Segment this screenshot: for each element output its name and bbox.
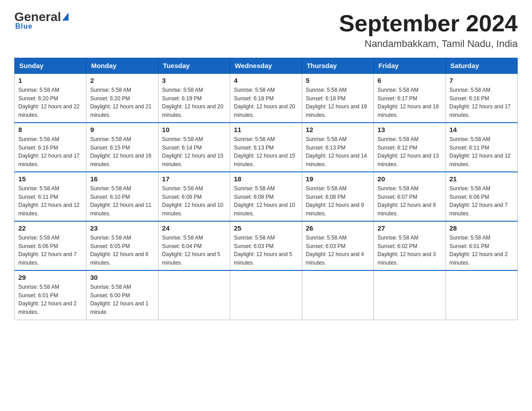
calendar-day-cell: 20Sunrise: 5:58 AMSunset: 6:07 PMDayligh… <box>374 172 446 221</box>
calendar-day-cell <box>302 270 373 320</box>
day-info: Sunrise: 5:58 AMSunset: 6:13 PMDaylight:… <box>234 135 298 168</box>
day-info: Sunrise: 5:58 AMSunset: 6:18 PMDaylight:… <box>306 86 370 119</box>
calendar-week-row: 8Sunrise: 5:58 AMSunset: 6:16 PMDaylight… <box>15 123 518 172</box>
day-number: 1 <box>18 77 82 84</box>
day-number: 23 <box>90 224 154 232</box>
calendar-table: SundayMondayTuesdayWednesdayThursdayFrid… <box>14 58 518 320</box>
day-info: Sunrise: 5:58 AMSunset: 6:12 PMDaylight:… <box>378 135 442 168</box>
calendar-day-cell: 10Sunrise: 5:58 AMSunset: 6:14 PMDayligh… <box>158 123 230 172</box>
day-number: 9 <box>90 126 154 133</box>
day-info: Sunrise: 5:58 AMSunset: 6:03 PMDaylight:… <box>306 234 370 267</box>
header-friday: Friday <box>374 58 446 74</box>
day-number: 5 <box>306 77 370 84</box>
calendar-day-cell <box>446 270 517 320</box>
header-saturday: Saturday <box>446 58 517 74</box>
day-info: Sunrise: 5:58 AMSunset: 6:11 PMDaylight:… <box>18 184 82 218</box>
day-info: Sunrise: 5:58 AMSunset: 6:07 PMDaylight:… <box>378 184 442 218</box>
day-info: Sunrise: 5:58 AMSunset: 6:06 PMDaylight:… <box>450 184 514 218</box>
day-number: 29 <box>18 274 82 281</box>
day-number: 8 <box>18 126 82 133</box>
calendar-header-row: SundayMondayTuesdayWednesdayThursdayFrid… <box>15 58 518 74</box>
calendar-week-row: 22Sunrise: 5:58 AMSunset: 6:06 PMDayligh… <box>15 221 518 270</box>
calendar-day-cell: 22Sunrise: 5:58 AMSunset: 6:06 PMDayligh… <box>15 221 86 270</box>
day-info: Sunrise: 5:58 AMSunset: 6:01 PMDaylight:… <box>18 283 82 316</box>
day-number: 2 <box>90 77 154 84</box>
logo-blue-text: Blue <box>14 22 33 30</box>
calendar-week-row: 1Sunrise: 5:58 AMSunset: 6:20 PMDaylight… <box>15 73 518 123</box>
day-number: 28 <box>450 224 514 232</box>
calendar-day-cell: 1Sunrise: 5:58 AMSunset: 6:20 PMDaylight… <box>15 73 86 123</box>
day-number: 26 <box>306 224 370 232</box>
day-number: 7 <box>450 77 514 84</box>
calendar-day-cell: 28Sunrise: 5:58 AMSunset: 6:01 PMDayligh… <box>446 221 517 270</box>
day-info: Sunrise: 5:58 AMSunset: 6:08 PMDaylight:… <box>306 184 370 218</box>
day-info: Sunrise: 5:58 AMSunset: 6:01 PMDaylight:… <box>450 234 514 267</box>
day-info: Sunrise: 5:58 AMSunset: 6:04 PMDaylight:… <box>162 234 226 267</box>
day-info: Sunrise: 5:58 AMSunset: 6:13 PMDaylight:… <box>306 135 370 168</box>
calendar-day-cell: 9Sunrise: 5:58 AMSunset: 6:15 PMDaylight… <box>86 123 158 172</box>
calendar-week-row: 15Sunrise: 5:58 AMSunset: 6:11 PMDayligh… <box>15 172 518 221</box>
logo-triangle-icon <box>62 13 69 21</box>
day-info: Sunrise: 5:58 AMSunset: 6:20 PMDaylight:… <box>90 86 154 119</box>
day-info: Sunrise: 5:58 AMSunset: 6:03 PMDaylight:… <box>234 234 298 267</box>
logo: General Blue <box>14 11 69 30</box>
calendar-day-cell: 2Sunrise: 5:58 AMSunset: 6:20 PMDaylight… <box>86 73 158 123</box>
calendar-day-cell: 16Sunrise: 5:58 AMSunset: 6:10 PMDayligh… <box>86 172 158 221</box>
calendar-day-cell: 19Sunrise: 5:58 AMSunset: 6:08 PMDayligh… <box>302 172 373 221</box>
day-number: 25 <box>234 224 298 232</box>
day-number: 21 <box>450 175 514 183</box>
calendar-day-cell <box>374 270 446 320</box>
header-wednesday: Wednesday <box>230 58 302 74</box>
day-info: Sunrise: 5:58 AMSunset: 6:17 PMDaylight:… <box>378 86 442 119</box>
calendar-day-cell: 6Sunrise: 5:58 AMSunset: 6:17 PMDaylight… <box>374 73 446 123</box>
day-info: Sunrise: 5:58 AMSunset: 6:19 PMDaylight:… <box>162 86 226 119</box>
calendar-day-cell: 7Sunrise: 5:58 AMSunset: 6:16 PMDaylight… <box>446 73 517 123</box>
calendar-day-cell: 18Sunrise: 5:58 AMSunset: 6:08 PMDayligh… <box>230 172 302 221</box>
calendar-day-cell: 14Sunrise: 5:58 AMSunset: 6:11 PMDayligh… <box>446 123 517 172</box>
day-info: Sunrise: 5:58 AMSunset: 6:16 PMDaylight:… <box>18 135 82 168</box>
day-number: 6 <box>378 77 442 84</box>
calendar-day-cell: 12Sunrise: 5:58 AMSunset: 6:13 PMDayligh… <box>302 123 373 172</box>
day-number: 4 <box>234 77 298 84</box>
day-info: Sunrise: 5:58 AMSunset: 6:14 PMDaylight:… <box>162 135 226 168</box>
month-year-title: September 2024 <box>339 11 518 36</box>
day-info: Sunrise: 5:58 AMSunset: 6:05 PMDaylight:… <box>90 234 154 267</box>
day-number: 15 <box>18 175 82 183</box>
calendar-day-cell: 5Sunrise: 5:58 AMSunset: 6:18 PMDaylight… <box>302 73 373 123</box>
calendar-day-cell: 8Sunrise: 5:58 AMSunset: 6:16 PMDaylight… <box>15 123 86 172</box>
day-info: Sunrise: 5:58 AMSunset: 6:15 PMDaylight:… <box>90 135 154 168</box>
calendar-day-cell: 21Sunrise: 5:58 AMSunset: 6:06 PMDayligh… <box>446 172 517 221</box>
day-info: Sunrise: 5:58 AMSunset: 6:08 PMDaylight:… <box>234 184 298 218</box>
calendar-day-cell: 13Sunrise: 5:58 AMSunset: 6:12 PMDayligh… <box>374 123 446 172</box>
day-info: Sunrise: 5:58 AMSunset: 6:18 PMDaylight:… <box>234 86 298 119</box>
day-number: 22 <box>18 224 82 232</box>
day-number: 27 <box>378 224 442 232</box>
calendar-day-cell: 15Sunrise: 5:58 AMSunset: 6:11 PMDayligh… <box>15 172 86 221</box>
day-number: 14 <box>450 126 514 133</box>
day-info: Sunrise: 5:58 AMSunset: 6:16 PMDaylight:… <box>450 86 514 119</box>
day-info: Sunrise: 5:58 AMSunset: 6:00 PMDaylight:… <box>90 283 154 316</box>
day-number: 20 <box>378 175 442 183</box>
calendar-day-cell: 4Sunrise: 5:58 AMSunset: 6:18 PMDaylight… <box>230 73 302 123</box>
day-number: 16 <box>90 175 154 183</box>
calendar-day-cell <box>158 270 230 320</box>
location-subtitle: Nandambakkam, Tamil Nadu, India <box>339 38 518 50</box>
calendar-day-cell <box>230 270 302 320</box>
calendar-day-cell: 29Sunrise: 5:58 AMSunset: 6:01 PMDayligh… <box>15 270 86 320</box>
calendar-day-cell: 27Sunrise: 5:58 AMSunset: 6:02 PMDayligh… <box>374 221 446 270</box>
day-number: 30 <box>90 274 154 281</box>
day-number: 10 <box>162 126 226 133</box>
page-header: General Blue September 2024 Nandambakkam… <box>14 11 518 50</box>
day-info: Sunrise: 5:58 AMSunset: 6:06 PMDaylight:… <box>18 234 82 267</box>
calendar-week-row: 29Sunrise: 5:58 AMSunset: 6:01 PMDayligh… <box>15 270 518 320</box>
day-number: 13 <box>378 126 442 133</box>
header-monday: Monday <box>86 58 158 74</box>
calendar-day-cell: 24Sunrise: 5:58 AMSunset: 6:04 PMDayligh… <box>158 221 230 270</box>
day-number: 17 <box>162 175 226 183</box>
day-number: 3 <box>162 77 226 84</box>
logo-general-text: General <box>14 11 61 23</box>
header-tuesday: Tuesday <box>158 58 230 74</box>
calendar-day-cell: 30Sunrise: 5:58 AMSunset: 6:00 PMDayligh… <box>86 270 158 320</box>
calendar-day-cell: 11Sunrise: 5:58 AMSunset: 6:13 PMDayligh… <box>230 123 302 172</box>
calendar-day-cell: 3Sunrise: 5:58 AMSunset: 6:19 PMDaylight… <box>158 73 230 123</box>
